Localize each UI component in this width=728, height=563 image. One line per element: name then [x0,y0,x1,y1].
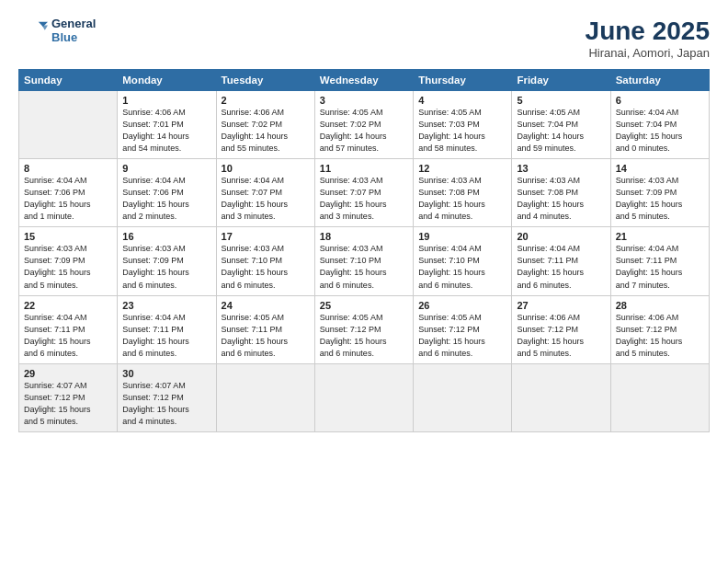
calendar-cell: 29Sunrise: 4:07 AM Sunset: 7:12 PM Dayli… [19,363,118,431]
weekday-header-thursday: Thursday [414,70,512,91]
day-number: 26 [418,300,506,311]
day-info: Sunrise: 4:03 AM Sunset: 7:08 PM Dayligh… [517,175,605,223]
day-number: 23 [122,300,210,311]
day-info: Sunrise: 4:05 AM Sunset: 7:12 PM Dayligh… [418,312,506,360]
day-number: 20 [517,231,605,242]
day-info: Sunrise: 4:07 AM Sunset: 7:12 PM Dayligh… [122,380,210,428]
weekday-header-sunday: Sunday [19,70,118,91]
calendar-cell: 26Sunrise: 4:05 AM Sunset: 7:12 PM Dayli… [414,295,512,363]
day-info: Sunrise: 4:04 AM Sunset: 7:07 PM Dayligh… [222,175,310,223]
day-info: Sunrise: 4:03 AM Sunset: 7:09 PM Dayligh… [616,175,704,223]
day-info: Sunrise: 4:03 AM Sunset: 7:07 PM Dayligh… [320,175,408,223]
day-number: 13 [517,163,605,174]
calendar-cell: 13Sunrise: 4:03 AM Sunset: 7:08 PM Dayli… [512,159,610,227]
logo-blue: Blue [51,31,96,45]
calendar-cell: 19Sunrise: 4:04 AM Sunset: 7:10 PM Dayli… [414,227,512,295]
day-number: 9 [122,163,210,174]
day-number: 16 [122,231,210,242]
page-header: General Blue June 2025 Hiranai, Aomori, … [18,17,710,60]
calendar-cell: 15Sunrise: 4:03 AM Sunset: 7:09 PM Dayli… [19,227,118,295]
calendar-cell: 11Sunrise: 4:03 AM Sunset: 7:07 PM Dayli… [314,159,413,227]
day-info: Sunrise: 4:03 AM Sunset: 7:09 PM Dayligh… [24,243,112,291]
calendar-cell [414,363,512,431]
calendar-cell: 27Sunrise: 4:06 AM Sunset: 7:12 PM Dayli… [512,295,610,363]
logo-image: General Blue [18,17,96,46]
calendar-cell: 14Sunrise: 4:03 AM Sunset: 7:09 PM Dayli… [610,159,709,227]
calendar-cell: 4Sunrise: 4:05 AM Sunset: 7:03 PM Daylig… [414,91,512,159]
day-info: Sunrise: 4:03 AM Sunset: 7:08 PM Dayligh… [418,175,506,223]
day-number: 1 [122,95,210,106]
day-info: Sunrise: 4:04 AM Sunset: 7:10 PM Dayligh… [418,243,506,291]
day-info: Sunrise: 4:06 AM Sunset: 7:12 PM Dayligh… [616,312,704,360]
day-number: 25 [320,300,408,311]
day-info: Sunrise: 4:03 AM Sunset: 7:09 PM Dayligh… [122,243,210,291]
logo-general: General [51,17,96,31]
day-info: Sunrise: 4:06 AM Sunset: 7:01 PM Dayligh… [122,107,210,155]
calendar-table: SundayMondayTuesdayWednesdayThursdayFrid… [18,69,710,432]
day-number: 5 [517,95,605,106]
calendar-week-row: 15Sunrise: 4:03 AM Sunset: 7:09 PM Dayli… [19,227,710,295]
day-number: 19 [418,231,506,242]
day-number: 30 [122,368,210,379]
day-info: Sunrise: 4:07 AM Sunset: 7:12 PM Dayligh… [24,380,112,428]
day-info: Sunrise: 4:06 AM Sunset: 7:12 PM Dayligh… [517,312,605,360]
calendar-cell: 21Sunrise: 4:04 AM Sunset: 7:11 PM Dayli… [610,227,709,295]
day-info: Sunrise: 4:04 AM Sunset: 7:11 PM Dayligh… [24,312,112,360]
calendar-week-row: 8Sunrise: 4:04 AM Sunset: 7:06 PM Daylig… [19,159,710,227]
day-number: 21 [616,231,704,242]
day-info: Sunrise: 4:04 AM Sunset: 7:11 PM Dayligh… [517,243,605,291]
day-number: 14 [616,163,704,174]
day-number: 6 [616,95,704,106]
calendar-cell [314,363,413,431]
calendar-cell: 12Sunrise: 4:03 AM Sunset: 7:08 PM Dayli… [414,159,512,227]
weekday-header-wednesday: Wednesday [314,70,413,91]
calendar-cell [216,363,314,431]
calendar-cell: 2Sunrise: 4:06 AM Sunset: 7:02 PM Daylig… [216,91,314,159]
day-number: 28 [616,300,704,311]
day-info: Sunrise: 4:05 AM Sunset: 7:04 PM Dayligh… [517,107,605,155]
calendar-week-row: 29Sunrise: 4:07 AM Sunset: 7:12 PM Dayli… [19,363,710,431]
day-number: 17 [222,231,310,242]
day-number: 15 [24,231,112,242]
day-info: Sunrise: 4:04 AM Sunset: 7:11 PM Dayligh… [616,243,704,291]
calendar-cell: 18Sunrise: 4:03 AM Sunset: 7:10 PM Dayli… [314,227,413,295]
location: Hiranai, Aomori, Japan [586,46,710,60]
calendar-cell: 1Sunrise: 4:06 AM Sunset: 7:01 PM Daylig… [118,91,216,159]
day-info: Sunrise: 4:03 AM Sunset: 7:10 PM Dayligh… [320,243,408,291]
calendar-week-row: 1Sunrise: 4:06 AM Sunset: 7:01 PM Daylig… [19,91,710,159]
day-number: 22 [24,300,112,311]
calendar-cell: 17Sunrise: 4:03 AM Sunset: 7:10 PM Dayli… [216,227,314,295]
day-number: 12 [418,163,506,174]
calendar-cell: 25Sunrise: 4:05 AM Sunset: 7:12 PM Dayli… [314,295,413,363]
day-info: Sunrise: 4:05 AM Sunset: 7:12 PM Dayligh… [320,312,408,360]
calendar-cell: 24Sunrise: 4:05 AM Sunset: 7:11 PM Dayli… [216,295,314,363]
day-info: Sunrise: 4:05 AM Sunset: 7:02 PM Dayligh… [320,107,408,155]
calendar-cell [19,91,118,159]
day-number: 3 [320,95,408,106]
title-block: June 2025 Hiranai, Aomori, Japan [586,17,710,60]
weekday-header-tuesday: Tuesday [216,70,314,91]
day-info: Sunrise: 4:05 AM Sunset: 7:03 PM Dayligh… [418,107,506,155]
weekday-header-saturday: Saturday [610,70,709,91]
calendar-cell: 16Sunrise: 4:03 AM Sunset: 7:09 PM Dayli… [118,227,216,295]
calendar-cell: 20Sunrise: 4:04 AM Sunset: 7:11 PM Dayli… [512,227,610,295]
day-number: 4 [418,95,506,106]
day-number: 2 [222,95,310,106]
calendar-cell: 9Sunrise: 4:04 AM Sunset: 7:06 PM Daylig… [118,159,216,227]
calendar-cell [512,363,610,431]
calendar-header-row: SundayMondayTuesdayWednesdayThursdayFrid… [19,70,710,91]
day-number: 18 [320,231,408,242]
day-info: Sunrise: 4:04 AM Sunset: 7:04 PM Dayligh… [616,107,704,155]
calendar-cell: 8Sunrise: 4:04 AM Sunset: 7:06 PM Daylig… [19,159,118,227]
logo-svg [18,17,48,46]
day-number: 10 [222,163,310,174]
calendar-week-row: 22Sunrise: 4:04 AM Sunset: 7:11 PM Dayli… [19,295,710,363]
day-number: 29 [24,368,112,379]
day-info: Sunrise: 4:04 AM Sunset: 7:11 PM Dayligh… [122,312,210,360]
calendar-cell: 6Sunrise: 4:04 AM Sunset: 7:04 PM Daylig… [610,91,709,159]
day-number: 27 [517,300,605,311]
day-info: Sunrise: 4:03 AM Sunset: 7:10 PM Dayligh… [222,243,310,291]
day-info: Sunrise: 4:04 AM Sunset: 7:06 PM Dayligh… [24,175,112,223]
day-info: Sunrise: 4:04 AM Sunset: 7:06 PM Dayligh… [122,175,210,223]
day-info: Sunrise: 4:06 AM Sunset: 7:02 PM Dayligh… [222,107,310,155]
